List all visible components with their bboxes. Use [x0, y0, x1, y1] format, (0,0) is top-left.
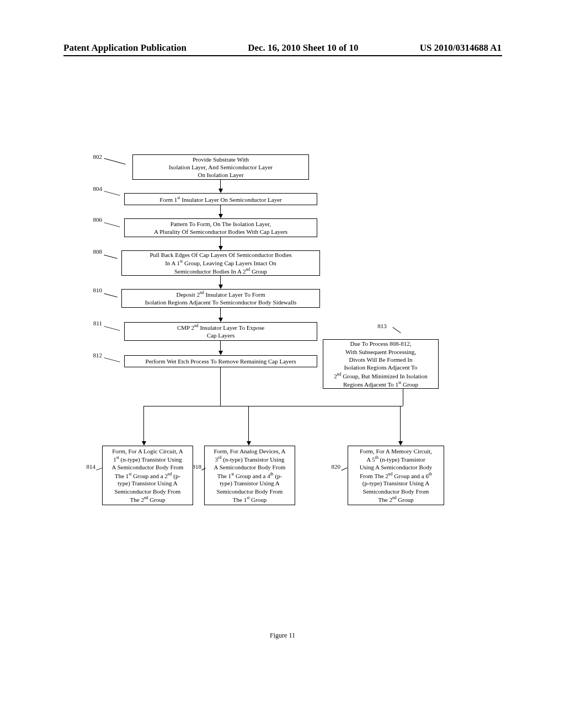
- label-814: 814: [82, 463, 95, 470]
- line-820-pre: [400, 406, 401, 425]
- box-806-text: Pattern To Form, On The Isolation Layer,…: [154, 220, 287, 236]
- label-line-810: [104, 293, 117, 297]
- arrowhead-806-808: [218, 246, 223, 250]
- box-811: CMP 2nd Insulator Layer To ExposeCap Lay…: [124, 322, 317, 341]
- label-811: 811: [88, 320, 102, 326]
- box-813-text: Due To Process 808-812,With Subsequent P…: [334, 340, 428, 388]
- label-line-806: [104, 222, 120, 227]
- label-812: 812: [88, 352, 102, 358]
- header-right: US 2010/0314688 A1: [420, 42, 502, 53]
- box-812-text: Perform Wet Etch Process To Remove Remai…: [146, 357, 296, 365]
- line-813-down: [403, 389, 403, 406]
- label-820: 820: [327, 463, 340, 470]
- box-820: Form, For A Memory Circuit,A 5th (n-type…: [348, 446, 444, 505]
- label-line-814: [96, 468, 102, 470]
- box-802-text: Provide Substrate WithIsolation Layer, A…: [169, 156, 273, 179]
- arrowhead-814: [142, 441, 146, 446]
- label-806: 806: [88, 216, 102, 223]
- line-820-down: [400, 425, 401, 442]
- label-808: 808: [88, 248, 102, 255]
- box-804-text: Form 1st Insulator Layer On Semiconducto…: [159, 195, 281, 204]
- label-line-813: [392, 327, 401, 333]
- label-802: 802: [88, 153, 102, 160]
- arrowhead-802-804: [218, 189, 223, 193]
- label-line-808: [104, 255, 117, 259]
- box-810: Deposit 2nd Insulator Layer To FormIsola…: [121, 289, 320, 308]
- box-802: Provide Substrate WithIsolation Layer, A…: [132, 154, 309, 180]
- arrowhead-810-811: [218, 318, 223, 322]
- arrow-811-812: [220, 341, 221, 352]
- arrowhead-818: [247, 441, 251, 446]
- line-812-down: [220, 367, 221, 406]
- box-806: Pattern To Form, On The Isolation Layer,…: [124, 218, 317, 237]
- label-804: 804: [88, 185, 102, 192]
- box-814-text: Form, For A Logic Circuit, A1st (n-type)…: [112, 447, 184, 504]
- box-804: Form 1st Insulator Layer On Semiconducto…: [124, 193, 317, 205]
- box-810-text: Deposit 2nd Insulator Layer To FormIsola…: [145, 290, 297, 306]
- box-808: Pull Back Edges Of Cap Layers Of Semicon…: [121, 250, 320, 276]
- arrowhead-808-810: [218, 285, 223, 289]
- box-818: Form, For Analog Devices, A3rd (n-type) …: [204, 446, 295, 505]
- header-center: Dec. 16, 2010 Sheet 10 of 10: [248, 42, 358, 53]
- figure-caption: Figure 11: [0, 631, 565, 640]
- line-814-down: [143, 406, 144, 442]
- box-818-text: Form, For Analog Devices, A3rd (n-type) …: [214, 447, 285, 504]
- arrow-810-811: [220, 308, 221, 319]
- box-808-text: Pull Back Edges Of Cap Layers Of Semicon…: [150, 251, 291, 275]
- arrowhead-820: [398, 441, 403, 446]
- label-line-811: [104, 326, 120, 331]
- label-810: 810: [88, 287, 102, 293]
- line-818-down: [248, 406, 249, 442]
- box-812: Perform Wet Etch Process To Remove Remai…: [124, 355, 317, 367]
- box-811-text: CMP 2nd Insulator Layer To ExposeCap Lay…: [177, 323, 264, 339]
- header-left: Patent Application Publication: [63, 42, 186, 53]
- label-line-804: [104, 191, 120, 196]
- arrowhead-811-812: [218, 351, 223, 355]
- label-813: 813: [375, 323, 389, 329]
- label-line-820: [341, 468, 347, 471]
- line-fork-horizontal: [143, 406, 403, 406]
- label-line-802: [104, 158, 126, 164]
- header-divider: [63, 55, 502, 56]
- box-813: Due To Process 808-812,With Subsequent P…: [323, 339, 439, 389]
- arrowhead-804-806: [218, 214, 223, 218]
- label-818: 818: [188, 463, 201, 470]
- box-820-text: Form, For A Memory Circuit,A 5th (n-type…: [360, 447, 433, 504]
- label-line-812: [104, 357, 120, 362]
- box-814: Form, For A Logic Circuit, A1st (n-type)…: [102, 446, 193, 505]
